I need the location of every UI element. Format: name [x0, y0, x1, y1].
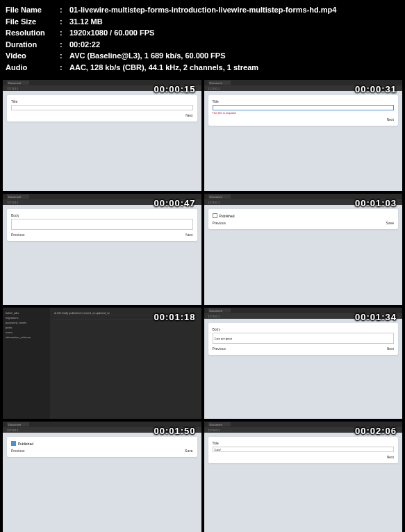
timestamp: 00:02:06	[355, 426, 397, 436]
browser-tab: Document	[208, 422, 231, 426]
previous-button: Previous	[213, 221, 226, 225]
timestamp: 00:00:15	[154, 84, 195, 94]
duration-label: Duration	[6, 39, 60, 51]
thumbnail-grid: Document 127.0.0.1 Title Next 00:00:15 D…	[0, 77, 405, 532]
title-input	[213, 105, 395, 110]
db-sidebar: failed_jobs migrations password_resets p…	[3, 308, 50, 419]
browser-tab: Document	[208, 194, 231, 199]
browser-tab: Document	[208, 308, 231, 313]
video-value: AVC (Baseline@L3), 1 689 kb/s, 60.000 FP…	[69, 50, 226, 62]
error-text: The title is required	[213, 111, 395, 115]
db-main: id title body published created_at updat…	[50, 308, 201, 419]
resolution-value: 1920x1080 / 60.000 FPS	[69, 27, 154, 39]
audio-label: Audio	[6, 62, 60, 74]
published-checkbox-checked	[11, 441, 16, 446]
url-text: 127.0.0.1	[208, 201, 220, 204]
title-input: Cats!	[213, 447, 395, 452]
save-button: Save	[185, 449, 192, 453]
thumbnail: failed_jobs migrations password_resets p…	[3, 308, 201, 419]
video-label: Video	[6, 50, 60, 62]
thumbnail: Document 127.0.0.1 Published Previous Sa…	[3, 422, 201, 532]
timestamp: 00:01:03	[355, 198, 397, 208]
form-card: Title The title is required Next	[208, 95, 399, 126]
filename-label: File Name	[6, 4, 60, 16]
published-label: Published	[18, 442, 33, 446]
browser-tab: Document	[7, 81, 29, 85]
title-input	[11, 105, 193, 110]
resolution-label: Resolution	[6, 27, 60, 39]
db-table-item: posts	[6, 325, 47, 330]
body-input: Cats are great	[213, 333, 395, 344]
timestamp: 00:01:18	[154, 312, 195, 322]
db-table-item: information_schema	[6, 335, 47, 340]
thumbnail: Document 127.0.0.1 Published Previous Sa…	[204, 194, 403, 305]
timestamp: 00:00:47	[154, 198, 195, 208]
thumbnail: Document 127.0.0.1 Title The title is re…	[204, 80, 403, 191]
db-table-item: password_resets	[6, 320, 47, 325]
browser-tab: Document	[208, 81, 231, 85]
filesize-label: File Size	[6, 16, 60, 28]
next-button: Next	[387, 455, 394, 459]
thumbnail: Document 127.0.0.1 Title Next 00:00:15	[3, 80, 201, 191]
database-panel: failed_jobs migrations password_resets p…	[3, 308, 201, 419]
previous-button: Previous	[11, 233, 24, 237]
form-card: Body Previous Next	[7, 209, 197, 241]
url-text: 127.0.0.1	[7, 429, 19, 432]
title-label: Title	[11, 99, 193, 103]
published-label: Published	[220, 214, 235, 218]
duration-value: 00:02:22	[69, 39, 100, 51]
body-input	[11, 219, 193, 230]
thumbnail: Document 127.0.0.1 Title Cats! Next 00:0…	[204, 422, 403, 532]
url-text: 127.0.0.1	[7, 201, 19, 204]
url-text: 127.0.0.1	[208, 315, 220, 318]
next-button: Next	[387, 347, 394, 351]
title-label: Title	[213, 99, 395, 103]
audio-value: AAC, 128 kb/s (CBR), 44.1 kHz, 2 channel…	[69, 62, 258, 74]
db-table-item: migrations	[6, 315, 47, 320]
db-table-item: failed_jobs	[6, 310, 47, 315]
thumbnail: Document 127.0.0.1 Body Previous Next 00…	[3, 194, 201, 305]
timestamp: 00:00:31	[355, 84, 397, 94]
previous-button: Previous	[213, 347, 226, 351]
filesize-value: 31.12 MB	[69, 16, 103, 28]
thumbnail: Document 127.0.0.1 Body Cats are great P…	[204, 308, 403, 419]
next-button: Next	[387, 117, 394, 122]
timestamp: 00:01:34	[355, 312, 397, 322]
previous-button: Previous	[11, 449, 24, 453]
title-label: Title	[213, 441, 395, 445]
url-text: 127.0.0.1	[7, 87, 19, 90]
form-card: Title Next	[7, 95, 197, 122]
next-button: Next	[185, 233, 192, 237]
timestamp: 00:01:50	[154, 426, 195, 436]
published-checkbox	[213, 213, 217, 218]
form-card: Published Previous Save	[7, 437, 197, 457]
db-table-item: users	[6, 330, 47, 335]
form-card: Title Cats! Next	[208, 437, 399, 463]
body-label: Body	[213, 327, 395, 331]
file-info-panel: File Name : 01-livewire-multistep-forms-…	[0, 0, 405, 77]
form-card: Published Previous Save	[208, 209, 399, 229]
browser-tab: Document	[7, 194, 29, 199]
body-label: Body	[11, 213, 193, 217]
url-text: 127.0.0.1	[208, 429, 220, 432]
browser-tab: Document	[7, 422, 29, 426]
filename-value: 01-livewire-multistep-forms-introduction…	[69, 4, 336, 16]
form-card: Body Cats are great Previous Next	[208, 323, 399, 355]
url-text: 127.0.0.1	[208, 87, 220, 90]
save-button: Save	[386, 221, 394, 225]
next-button: Next	[185, 113, 192, 117]
